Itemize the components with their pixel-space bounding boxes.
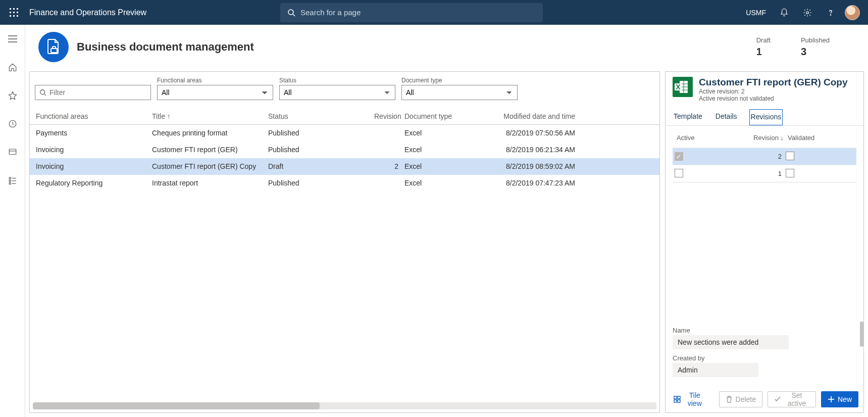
scrollbar-thumb[interactable]	[33, 402, 320, 409]
col-revision[interactable]: Revision	[371, 108, 401, 124]
nav-modules-button[interactable]	[3, 171, 23, 190]
delete-button[interactable]: Delete	[719, 391, 762, 407]
svg-rect-19	[9, 177, 11, 179]
new-button[interactable]: New	[821, 391, 858, 407]
set-active-label: Set active	[784, 391, 809, 407]
svg-rect-33	[674, 396, 677, 399]
revision-row[interactable]: ✓2	[673, 148, 856, 165]
col-modified[interactable]: Modified date and time	[487, 108, 578, 124]
global-search-input[interactable]	[300, 8, 536, 17]
help-button[interactable]	[822, 4, 840, 22]
svg-rect-8	[17, 15, 18, 17]
company-label[interactable]: USMF	[746, 9, 766, 17]
cell-title: Cheques printing format	[149, 125, 265, 141]
cell-modified: 8/2/2019 07:47:23 AM	[487, 175, 578, 191]
rev-col-active[interactable]: Active	[675, 131, 745, 145]
grid-horizontal-scrollbar[interactable]	[33, 402, 656, 409]
grid-text-filter[interactable]	[35, 85, 151, 100]
global-search[interactable]	[280, 3, 543, 22]
user-avatar[interactable]	[845, 5, 860, 20]
table-row[interactable]: InvoicingCustomer FTI report (GER) CopyD…	[30, 158, 659, 175]
nav-workspaces-button[interactable]	[3, 143, 23, 161]
question-icon	[826, 8, 835, 17]
col-functional-areas[interactable]: Functional areas	[33, 108, 149, 124]
tab-template[interactable]: Template	[673, 109, 703, 125]
tab-revisions[interactable]: Revisions	[749, 109, 783, 125]
col-doctype[interactable]: Document type	[401, 108, 487, 124]
nav-rail	[0, 25, 25, 417]
cell-functional-area: Invoicing	[33, 142, 149, 158]
svg-rect-36	[678, 400, 680, 402]
set-active-button[interactable]: Set active	[768, 391, 816, 407]
svg-rect-5	[17, 12, 18, 13]
svg-rect-4	[13, 12, 15, 13]
module-icon	[38, 32, 69, 62]
kpi-draft-label: Draft	[756, 36, 771, 44]
svg-rect-7	[13, 15, 15, 17]
kpi-published-value: 3	[801, 46, 830, 58]
filter-fa-label: Functional areas	[157, 77, 273, 84]
revision-row[interactable]: 1	[673, 165, 856, 182]
bell-icon	[780, 8, 789, 17]
kpi-draft-value: 1	[756, 46, 771, 58]
svg-point-9	[288, 10, 293, 15]
cell-validated[interactable]	[784, 166, 829, 182]
table-row[interactable]: PaymentsCheques printing formatPublished…	[30, 125, 659, 142]
filter-status-select[interactable]: All	[279, 85, 395, 100]
cell-active[interactable]: ✓	[673, 149, 743, 164]
nav-home-button[interactable]	[3, 58, 23, 76]
filter-doctype-label: Document type	[401, 77, 518, 84]
waffle-icon	[10, 8, 19, 17]
tile-view-label: Tile view	[684, 391, 706, 407]
kpi-published[interactable]: Published3	[801, 36, 830, 58]
details-pane: X Customer FTI report (GER) Copy Active …	[665, 71, 864, 413]
nav-recent-button[interactable]	[3, 115, 23, 133]
templates-grid-pane: Functional areas All Status All Document…	[29, 71, 660, 413]
cell-status: Published	[265, 142, 371, 158]
svg-rect-2	[17, 8, 18, 10]
modules-icon	[8, 176, 17, 185]
cell-modified: 8/2/2019 08:59:02 AM	[487, 158, 578, 174]
notifications-button[interactable]	[775, 4, 793, 22]
nav-favorites-button[interactable]	[3, 86, 23, 105]
field-createdby-value[interactable]: Admin	[673, 363, 758, 377]
table-row[interactable]: Regulatory ReportingIntrastat reportPubl…	[30, 175, 659, 192]
cell-doctype: Excel	[401, 175, 487, 191]
tab-details[interactable]: Details	[714, 109, 738, 125]
cell-modified: 8/2/2019 07:50:56 AM	[487, 125, 578, 141]
cell-active[interactable]	[673, 166, 743, 182]
document-briefcase-icon	[46, 38, 61, 56]
cell-validated[interactable]	[784, 149, 829, 165]
gear-icon	[803, 8, 812, 17]
svg-rect-25	[51, 49, 57, 53]
svg-rect-3	[10, 12, 11, 13]
table-row[interactable]: InvoicingCustomer FTI report (GER)Publis…	[30, 142, 659, 158]
app-launcher-button[interactable]	[4, 3, 24, 23]
field-name-value[interactable]: New sections were added	[673, 335, 789, 349]
cell-title: Intrastat report	[149, 175, 265, 191]
page-title: Business document management	[77, 40, 254, 54]
hamburger-icon	[8, 35, 17, 42]
filter-status-label: Status	[279, 77, 395, 84]
svg-rect-0	[10, 8, 11, 10]
home-icon	[8, 63, 17, 72]
revisions-grid: Active Revision Validated ✓21	[673, 128, 856, 182]
col-title[interactable]: Title	[149, 108, 265, 124]
svg-line-10	[293, 14, 295, 16]
workspace-icon	[8, 148, 17, 157]
nav-expand-button[interactable]	[3, 30, 23, 48]
grid-body: PaymentsCheques printing formatPublished…	[30, 125, 659, 400]
cell-doctype: Excel	[401, 158, 487, 174]
filter-doctype-select[interactable]: All	[401, 85, 518, 100]
details-scroll-indicator[interactable]	[860, 321, 863, 347]
delete-label: Delete	[736, 395, 756, 403]
rev-col-validated[interactable]: Validated	[786, 131, 831, 145]
cell-status: Draft	[265, 158, 371, 174]
tile-view-button[interactable]: Tile view	[671, 391, 709, 407]
grid-text-filter-input[interactable]	[49, 88, 146, 97]
kpi-draft[interactable]: Draft1	[756, 36, 771, 58]
filter-fa-select[interactable]: All	[157, 85, 273, 100]
col-status[interactable]: Status	[265, 108, 371, 124]
rev-col-revision[interactable]: Revision	[745, 131, 786, 145]
settings-button[interactable]	[798, 4, 816, 22]
